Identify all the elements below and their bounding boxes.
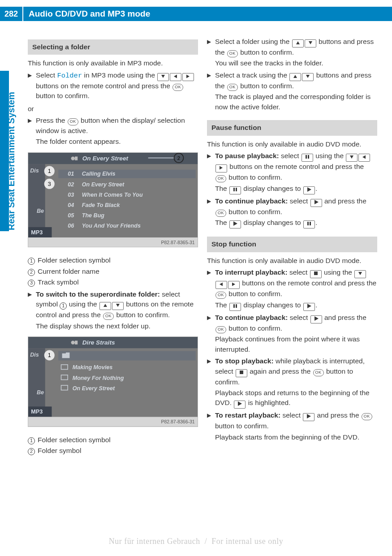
play-icon — [310, 199, 322, 207]
right-column: ▶ Select a folder using the buttons and … — [207, 35, 377, 458]
text: select — [288, 268, 310, 276]
svg-text:P82.87-8365-31: P82.87-8365-31 — [161, 239, 194, 245]
play-icon — [229, 220, 241, 228]
sec1-intro: This function is only available in MP3 m… — [28, 58, 198, 68]
text: The — [215, 219, 229, 226]
ok-button-icon: OK — [68, 118, 78, 125]
section-stop-function: Stop function — [207, 237, 377, 252]
bullet-icon: ▶ — [207, 151, 215, 194]
down-key-icon — [302, 73, 314, 81]
down-key-icon — [157, 73, 169, 81]
text: Select a folder using the — [215, 38, 292, 45]
left-key-icon — [170, 73, 181, 81]
legend-text: Folder selection symbol — [38, 255, 198, 265]
ok-button-icon: OK — [215, 210, 226, 217]
bold-label: To restart playback: — [215, 411, 280, 419]
up-key-icon — [99, 302, 111, 310]
text: button to confirm. — [227, 173, 282, 181]
svg-text:Money For Nothing: Money For Nothing — [73, 375, 124, 381]
pause-icon — [229, 303, 241, 311]
svg-rect-10 — [28, 164, 45, 237]
down-key-icon — [112, 302, 124, 310]
svg-text:06: 06 — [68, 223, 74, 229]
text: again and press the — [250, 367, 312, 375]
bullet-icon: ▶ — [28, 116, 36, 147]
svg-text:Be: Be — [37, 389, 44, 396]
bullet-icon: ▶ — [207, 410, 215, 442]
text: button to confirm. — [238, 48, 294, 56]
watermark-text: Nur für internen Gebrauch / For internal… — [0, 537, 392, 546]
text: display changes to — [241, 185, 303, 192]
svg-text:Dis: Dis — [30, 168, 39, 174]
text: buttons on the remote control and press … — [36, 82, 172, 90]
text: and press the — [324, 314, 366, 321]
up-key-icon — [292, 39, 304, 47]
svg-rect-19 — [58, 170, 196, 178]
bullet-icon: ▶ — [207, 313, 215, 354]
step-restart-playback: ▶ To restart playback: select and press … — [207, 410, 377, 442]
up-key-icon — [289, 73, 301, 81]
bullet-icon: ▶ — [207, 196, 215, 228]
bullet-icon: ▶ — [28, 289, 36, 331]
text: button to confirm. — [227, 290, 282, 297]
text: using the — [324, 268, 354, 276]
bullet-icon: ▶ — [207, 37, 215, 69]
svg-point-5 — [71, 156, 75, 160]
play-icon — [303, 186, 315, 194]
text: button to confirm. — [36, 92, 90, 99]
side-tab-label: Rear Seat Entertainment System — [6, 92, 17, 230]
ok-button-icon: OK — [215, 292, 226, 299]
svg-text:1: 1 — [48, 168, 51, 174]
result-text: The display shows the next folder up. — [36, 321, 198, 331]
ok-button-icon: OK — [227, 84, 238, 91]
bold-label: To continue playback: — [215, 197, 288, 205]
bold-label: To switch to the superordinate folder: — [36, 290, 160, 298]
play-icon — [310, 315, 322, 323]
svg-text:2: 2 — [177, 155, 180, 161]
text: buttons on the remote control and press … — [229, 163, 364, 170]
ok-button-icon: OK — [215, 175, 226, 182]
figure-folder-tracks: On Every Street 2 Dis 1 3 Be MP3 01Calli… — [28, 152, 198, 247]
play-icon — [303, 413, 314, 421]
svg-text:When It Comes To You: When It Comes To You — [82, 191, 143, 198]
circled-1-icon: 1 — [60, 302, 67, 310]
svg-text:05: 05 — [68, 212, 74, 219]
legend-num-2: 2 — [28, 269, 35, 276]
bold-label: To interrupt playback: — [215, 268, 288, 276]
bullet-icon: ▶ — [207, 267, 215, 310]
pause-icon — [229, 186, 241, 194]
text: button to confirm. — [114, 311, 170, 319]
text: using the — [315, 152, 345, 159]
text: select — [279, 152, 301, 159]
left-key-icon — [215, 281, 227, 289]
ok-button-icon: OK — [362, 413, 372, 420]
text: select — [280, 411, 302, 419]
step-stop-playback: ▶ To stop playback: while playback is in… — [207, 356, 377, 409]
step-select-track: ▶ Select a track using the buttons and p… — [207, 70, 377, 112]
sec3-intro: This function is only available in audio… — [207, 256, 377, 266]
svg-point-36 — [71, 340, 75, 344]
text: button to confirm. — [227, 208, 282, 216]
bullet-icon: ▶ — [207, 356, 215, 409]
legend-num-1: 1 — [28, 437, 35, 444]
pause-icon — [303, 220, 315, 228]
text: display changes to — [241, 301, 303, 309]
svg-rect-45 — [58, 351, 196, 361]
right-key-icon — [182, 73, 194, 81]
play-icon — [234, 401, 246, 409]
step-interrupt-playback: ▶ To interrupt playback: select using th… — [207, 267, 377, 310]
bold-label: To pause playback: — [215, 152, 279, 159]
legend-num-3: 3 — [28, 280, 35, 287]
svg-rect-3 — [28, 153, 198, 247]
svg-text:Dis: Dis — [30, 352, 39, 358]
figure1-legend: 1Folder selection symbol 2Current folder… — [28, 255, 198, 287]
text: button to confirm. — [215, 422, 269, 430]
stop-icon — [236, 369, 247, 377]
svg-text:Calling Elvis: Calling Elvis — [82, 171, 116, 177]
text: The — [215, 185, 229, 192]
ok-button-icon: OK — [172, 84, 183, 91]
text: button to confirm. — [227, 324, 282, 332]
text: buttons on the remote control and press … — [242, 279, 376, 287]
svg-text:01: 01 — [68, 171, 74, 177]
text: and press the — [317, 411, 361, 419]
